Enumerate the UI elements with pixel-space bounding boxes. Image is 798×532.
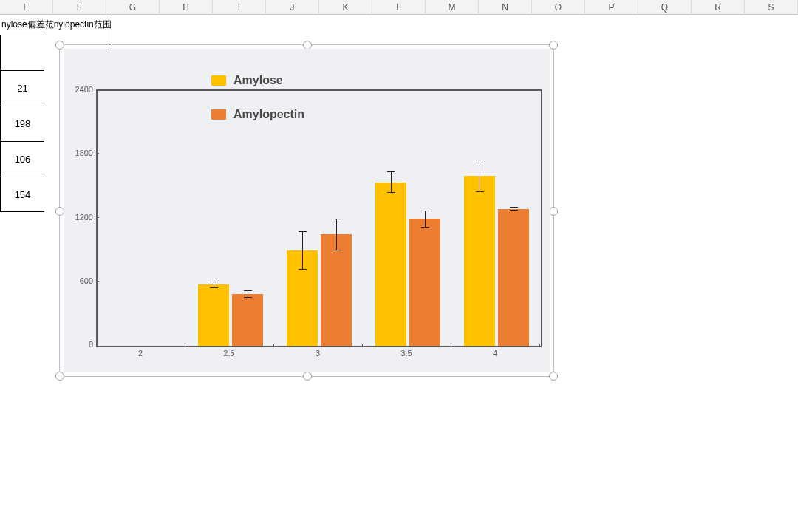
column-header-M[interactable]: M	[426, 0, 479, 15]
y-axis-tick-label: 1800	[64, 149, 93, 157]
legend-entry-amylose[interactable]: Amylose	[211, 71, 304, 90]
embedded-chart[interactable]: Amylose Amylopectin 0600120018002400 22.…	[59, 44, 554, 377]
resize-handle-b[interactable]	[303, 372, 312, 381]
error-bar	[302, 231, 303, 270]
error-bar	[480, 160, 480, 191]
x-axis-tick-label: 2	[138, 349, 143, 358]
y-axis-tick-label: 0	[64, 340, 93, 349]
table-cell[interactable]	[0, 35, 44, 70]
y-axis-tick-label: 600	[64, 276, 93, 285]
column-header-K[interactable]: K	[319, 0, 372, 15]
table-header: nylose偏差范nylopectin范围	[0, 15, 112, 35]
bar-amylopectin-3[interactable]	[321, 234, 352, 346]
chart-background: Amylose Amylopectin 0600120018002400 22.…	[64, 49, 550, 372]
column-header-I[interactable]: I	[213, 0, 266, 15]
column-header-O[interactable]: O	[532, 0, 585, 15]
table-cell[interactable]: 21	[0, 70, 44, 106]
column-header-S[interactable]: S	[745, 0, 798, 15]
error-bar	[514, 207, 514, 210]
x-axis-tick-label: 3.5	[400, 349, 412, 358]
error-bar	[425, 211, 426, 228]
error-bar	[391, 171, 392, 193]
y-axis-tick-label: 1200	[64, 213, 93, 222]
legend-label: Amylose	[233, 74, 283, 87]
table-cell[interactable]: 106	[0, 141, 44, 177]
column-header-N[interactable]: N	[479, 0, 532, 15]
column-header-J[interactable]: J	[266, 0, 319, 15]
table-cell[interactable]: 154	[0, 177, 44, 212]
bar-amylopectin-4[interactable]	[498, 209, 529, 346]
column-header-L[interactable]: L	[372, 0, 426, 15]
worksheet-area[interactable]: nylose偏差范nylopectin范围 21198106154 Amylos…	[0, 15, 798, 532]
bar-amylose-2.5[interactable]	[198, 284, 229, 346]
x-axis-tick-label: 3	[316, 349, 320, 358]
error-bar	[336, 219, 337, 250]
column-header-H[interactable]: H	[160, 0, 213, 15]
y-axis-tick-label: 2400	[64, 85, 93, 94]
x-axis-tick-label: 4	[493, 349, 497, 358]
error-bar	[214, 282, 214, 288]
column-header-P[interactable]: P	[585, 0, 638, 15]
legend-swatch-icon	[211, 75, 226, 86]
x-axis-tick-label: 2.5	[223, 349, 234, 358]
column-header-E[interactable]: E	[0, 0, 53, 15]
bar-amylopectin-3.5[interactable]	[409, 219, 440, 346]
resize-handle-r[interactable]	[549, 207, 558, 216]
column-header-G[interactable]: G	[106, 0, 160, 15]
resize-handle-bl[interactable]	[55, 372, 64, 381]
resize-handle-tr[interactable]	[549, 41, 558, 50]
error-bar	[248, 290, 248, 298]
column-header-Q[interactable]: Q	[638, 0, 692, 15]
column-header-F[interactable]: F	[53, 0, 106, 15]
bar-amylose-3.5[interactable]	[375, 183, 406, 346]
column-header-R[interactable]: R	[692, 0, 745, 15]
resize-handle-br[interactable]	[549, 372, 558, 381]
bar-amylose-4[interactable]	[464, 176, 495, 346]
plot-area[interactable]	[96, 89, 542, 347]
column-headers[interactable]: EFGHIJKLMNOPQRS	[0, 0, 798, 15]
bar-amylopectin-2.5[interactable]	[232, 294, 263, 346]
table-cell[interactable]: 198	[0, 106, 44, 141]
